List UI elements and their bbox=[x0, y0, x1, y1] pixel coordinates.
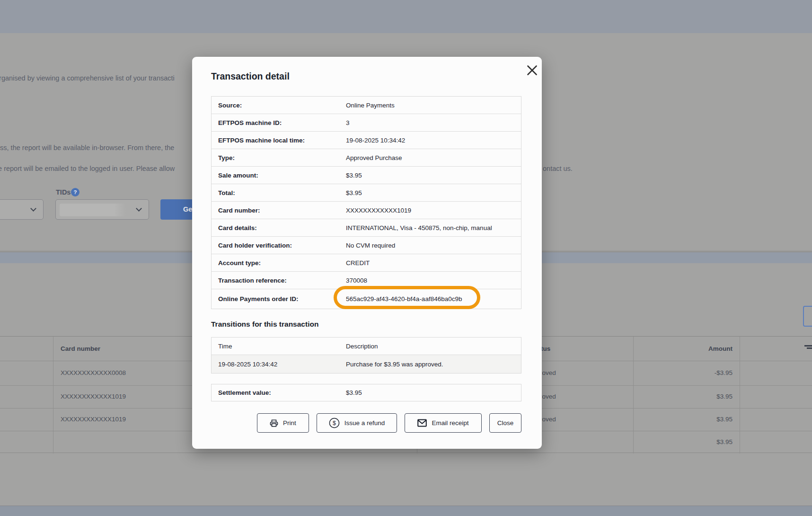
detail-value: XXXXXXXXXXXX1019 bbox=[338, 207, 521, 214]
print-button-label: Print bbox=[283, 419, 296, 427]
transitions-table: Time Description 19-08-2025 10:34:42 Pur… bbox=[211, 337, 521, 374]
print-button[interactable]: Print bbox=[257, 413, 309, 433]
detail-label: Sale amount: bbox=[212, 172, 338, 179]
detail-value: No CVM required bbox=[338, 242, 521, 249]
printer-icon bbox=[270, 419, 278, 427]
detail-value: Approved Purchase bbox=[338, 154, 521, 161]
detail-label: EFTPOS machine local time: bbox=[212, 137, 338, 144]
transition-description: Purchase for $3.95 was approved. bbox=[338, 361, 521, 368]
column-header-card-number[interactable]: Card number bbox=[61, 345, 100, 352]
transitions-row: 19-08-2025 10:34:42 Purchase for $3.95 w… bbox=[212, 355, 521, 373]
detail-value: 3 bbox=[338, 119, 521, 126]
transitions-column-time: Time bbox=[212, 343, 338, 350]
table-row-amount: $3.95 bbox=[662, 416, 733, 423]
close-icon[interactable] bbox=[523, 62, 540, 79]
tids-selected-pill bbox=[60, 204, 126, 216]
detail-value: CREDIT bbox=[338, 259, 521, 267]
envelope-icon bbox=[417, 419, 427, 427]
generate-report-button-label: Ge bbox=[183, 199, 192, 220]
transitions-heading: Transitions for this transaction bbox=[211, 320, 318, 329]
report-info-text-fragment-1: ess, the report will be available in-bro… bbox=[0, 144, 174, 151]
detail-value: INTERNATIONAL, Visa - 450875, non-chip, … bbox=[338, 224, 521, 231]
close-button[interactable]: Close bbox=[489, 413, 521, 433]
chevron-down-icon bbox=[30, 205, 36, 212]
modal-title: Transaction detail bbox=[211, 71, 290, 82]
chevron-down-icon bbox=[136, 205, 142, 212]
detail-label: Type: bbox=[212, 154, 338, 161]
detail-label: Total: bbox=[212, 189, 338, 196]
detail-label: Account type: bbox=[212, 259, 338, 267]
column-header-amount[interactable]: Amount bbox=[662, 345, 733, 352]
settlement-label: Settlement value: bbox=[212, 389, 338, 396]
table-row-amount: $3.95 bbox=[662, 393, 733, 400]
issue-refund-button[interactable]: $ Issue a refund bbox=[317, 413, 397, 433]
detail-label: Card details: bbox=[212, 224, 338, 231]
detail-value: 565ac929-af43-4620-bf4a-aaf846ba0c9b bbox=[338, 295, 521, 302]
tids-label: TIDs bbox=[56, 188, 71, 196]
issue-refund-button-label: Issue a refund bbox=[344, 419, 385, 427]
svg-text:$: $ bbox=[333, 420, 336, 427]
detail-label: Card number: bbox=[212, 207, 338, 214]
detail-value: Online Payments bbox=[338, 102, 521, 109]
column-filter-icon[interactable] bbox=[804, 345, 812, 350]
transaction-detail-modal: Transaction detail Source:Online Payment… bbox=[192, 57, 542, 449]
detail-label: EFTPOS machine ID: bbox=[212, 119, 338, 126]
transitions-column-description: Description bbox=[338, 343, 521, 350]
intro-text-fragment: organised by viewing a comprehensive lis… bbox=[0, 74, 175, 82]
detail-value: 19-08-2025 10:34:42 bbox=[338, 137, 521, 144]
detail-value: $3.95 bbox=[338, 172, 521, 179]
filter-dropdown[interactable] bbox=[0, 199, 44, 220]
table-row-card-number: XXXXXXXXXXXX1019 bbox=[61, 416, 126, 423]
contact-us-text-fragment: ontact us. bbox=[543, 165, 573, 172]
settlement-value: $3.95 bbox=[338, 389, 521, 396]
transition-time: 19-08-2025 10:34:42 bbox=[212, 361, 338, 368]
detail-label: Source: bbox=[212, 102, 338, 109]
detail-value: 370008 bbox=[338, 277, 521, 284]
dollar-circle-icon: $ bbox=[329, 418, 340, 428]
report-info-text-fragment-2: he report will be emailed to the logged … bbox=[0, 165, 175, 172]
detail-label: Transaction reference: bbox=[212, 277, 338, 284]
table-row-card-number: XXXXXXXXXXXX1019 bbox=[61, 393, 126, 400]
page-footer-band bbox=[0, 506, 812, 516]
table-row-card-number: XXXXXXXXXXXX0008 bbox=[61, 369, 126, 376]
email-receipt-button[interactable]: Email receipt bbox=[405, 413, 482, 433]
tids-help-icon[interactable]: ? bbox=[71, 188, 79, 196]
table-row-amount: -$3.95 bbox=[662, 369, 733, 376]
detail-value: $3.95 bbox=[338, 189, 521, 196]
settlement-value-row: Settlement value: $3.95 bbox=[211, 384, 521, 401]
close-button-label: Close bbox=[497, 419, 514, 427]
transaction-detail-table: Source:Online Payments EFTPOS machine ID… bbox=[211, 96, 521, 309]
table-row-amount: $3.95 bbox=[662, 438, 733, 445]
detail-label: Card holder verification: bbox=[212, 242, 338, 249]
detail-label: Online Payments order ID: bbox=[212, 295, 338, 302]
tids-dropdown[interactable] bbox=[55, 199, 149, 220]
table-action-button-fragment[interactable] bbox=[803, 306, 812, 327]
page-header-band bbox=[0, 0, 812, 33]
modal-actions: Print $ Issue a refund Email receipt Clo… bbox=[211, 413, 521, 433]
email-receipt-button-label: Email receipt bbox=[432, 419, 468, 427]
